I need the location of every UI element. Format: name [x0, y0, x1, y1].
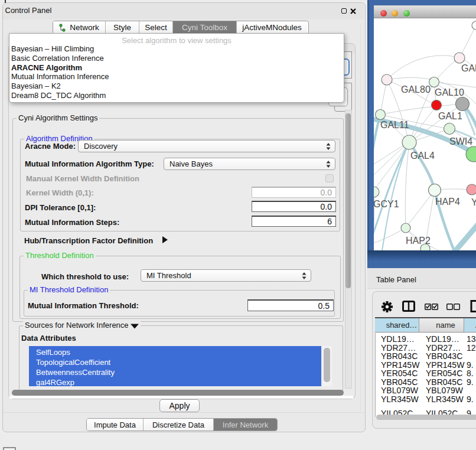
svg-text:GCY1: GCY1	[374, 199, 399, 209]
svg-text:GAL11: GAL11	[380, 120, 409, 130]
svg-text:GAL: GAL	[461, 63, 476, 73]
svg-text:SWI4: SWI4	[449, 136, 472, 146]
svg-text:GAL1: GAL1	[438, 111, 462, 121]
svg-text:GAL4: GAL4	[410, 151, 435, 161]
svg-text:GAL80: GAL80	[401, 84, 431, 94]
svg-text:HAP4: HAP4	[435, 197, 460, 207]
svg-text:HAP2: HAP2	[406, 236, 431, 246]
svg-text:GAL10: GAL10	[435, 87, 464, 97]
svg-text:Y: Y	[471, 197, 476, 207]
